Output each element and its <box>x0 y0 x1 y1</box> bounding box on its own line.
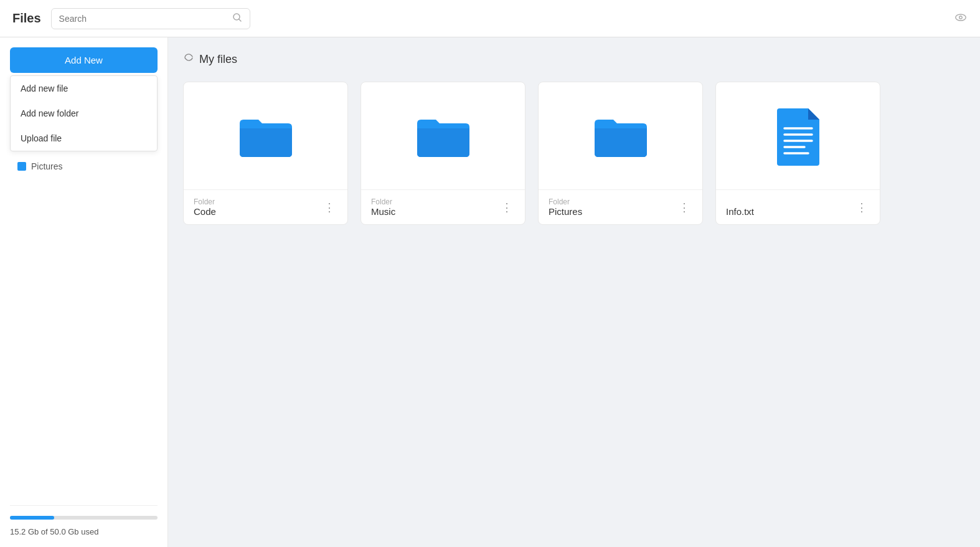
file-name-info: Info.txt <box>726 206 754 217</box>
more-button-code[interactable]: ⋮ <box>321 199 337 216</box>
svg-point-3 <box>959 16 963 19</box>
storage-area: 15.2 Gb of 50.0 Gb used <box>10 505 158 537</box>
file-card-footer-info: File Info.txt ⋮ <box>716 189 880 224</box>
file-type-music: Folder <box>371 197 395 206</box>
storage-text: 15.2 Gb of 50.0 Gb used <box>10 527 98 536</box>
add-new-file-item[interactable]: Add new file <box>11 76 157 101</box>
file-card-code[interactable]: Folder Code ⋮ <box>183 82 348 225</box>
folder-icon-music <box>412 82 474 189</box>
file-type-code: Folder <box>194 197 216 206</box>
search-icon <box>232 12 242 25</box>
storage-bar-background <box>10 516 158 520</box>
upload-file-item[interactable]: Upload file <box>11 126 157 151</box>
svg-point-2 <box>956 14 966 20</box>
sidebar-folder-label: Pictures <box>31 161 63 171</box>
content-header: My files <box>183 52 965 67</box>
file-card-info-code: Folder Code <box>194 197 216 217</box>
file-card-footer-code: Folder Code ⋮ <box>184 189 347 224</box>
eye-icon[interactable] <box>954 11 968 27</box>
main-content: My files Folder Code ⋮ <box>168 37 980 547</box>
file-card-info-music: Folder Music <box>371 197 395 217</box>
txt-icon-info <box>773 82 823 189</box>
svg-line-1 <box>238 19 241 21</box>
dropdown-menu: Add new file Add new folder Upload file <box>10 75 158 151</box>
file-card-info-pictures: Folder Pictures <box>549 197 582 217</box>
file-card-footer-music: Folder Music ⋮ <box>361 189 525 224</box>
page-title: My files <box>199 53 237 66</box>
file-card-music[interactable]: Folder Music ⋮ <box>360 82 525 225</box>
storage-bar-fill <box>10 516 54 520</box>
layout: Add New Add new file Add new folder Uplo… <box>0 37 980 547</box>
file-card-footer-pictures: Folder Pictures ⋮ <box>539 189 702 224</box>
more-button-pictures[interactable]: ⋮ <box>676 199 692 216</box>
file-name-code: Code <box>194 206 216 217</box>
more-button-music[interactable]: ⋮ <box>499 199 515 216</box>
file-grid: Folder Code ⋮ Folder Music <box>183 82 965 225</box>
app-title: Files <box>12 11 41 26</box>
search-box <box>51 8 250 29</box>
refresh-icon[interactable] <box>183 52 194 67</box>
folder-icon-pictures <box>590 82 652 189</box>
file-card-info[interactable]: File Info.txt ⋮ <box>715 82 880 225</box>
file-card-info-info: File Info.txt <box>726 197 754 217</box>
file-type-pictures: Folder <box>549 197 582 206</box>
folder-color-dot <box>17 162 26 171</box>
topbar-left: Files <box>12 8 250 29</box>
file-name-music: Music <box>371 206 395 217</box>
file-name-pictures: Pictures <box>549 206 582 217</box>
topbar: Files <box>0 0 980 37</box>
file-card-pictures[interactable]: Folder Pictures ⋮ <box>538 82 703 225</box>
add-new-button[interactable]: Add New <box>10 47 158 73</box>
add-new-folder-item[interactable]: Add new folder <box>11 101 157 126</box>
sidebar-item-pictures[interactable]: Pictures <box>10 156 158 176</box>
sidebar: Add New Add new file Add new folder Uplo… <box>0 37 168 547</box>
search-input[interactable] <box>59 14 232 24</box>
more-button-info[interactable]: ⋮ <box>854 199 870 216</box>
folder-icon-code <box>235 82 297 189</box>
